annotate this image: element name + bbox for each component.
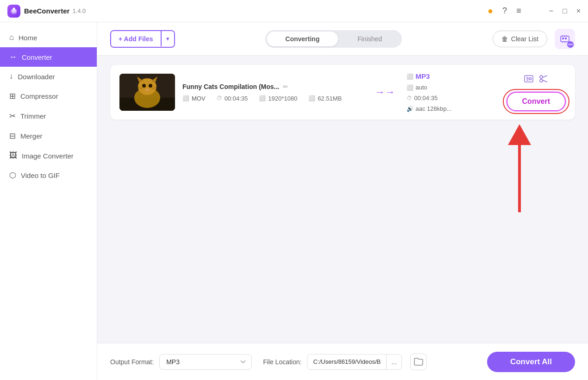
file-info: Funny Cats Compilation (Mos... ✏ ⬜ MOV ⏱…: [182, 83, 364, 102]
location-dots-button[interactable]: ...: [386, 355, 401, 369]
main-content: + Add Files ▾ Converting Finished 🗑 Clea…: [97, 22, 588, 380]
sidebar-item-label: Trimmer: [20, 112, 46, 120]
open-folder-button[interactable]: [410, 354, 427, 370]
home-icon: ⌂: [9, 33, 14, 42]
file-location-label: File Location:: [263, 358, 301, 366]
output-audio-row: 🔊 aac 128kbp...: [407, 105, 499, 112]
sidebar-item-compressor[interactable]: ⊞ Compressor: [0, 86, 97, 106]
video-to-gif-icon: ⬡: [9, 171, 16, 180]
svg-rect-6: [562, 38, 564, 39]
help-icon[interactable]: ?: [502, 6, 507, 16]
file-actions: Convert: [507, 74, 566, 111]
tab-converting[interactable]: Converting: [267, 32, 338, 46]
sidebar-item-label: Video to GIF: [21, 171, 60, 179]
sidebar-item-converter[interactable]: ↔ Converter: [0, 47, 97, 67]
app-version: 1.4.0: [72, 7, 86, 14]
add-files-dropdown-arrow[interactable]: ▾: [161, 31, 174, 46]
sidebar-item-label: Image Converter: [22, 152, 74, 160]
image-converter-icon: 🖼: [9, 151, 17, 160]
svg-point-21: [149, 84, 152, 88]
output-duration-icon: ⏱: [407, 95, 412, 101]
trash-icon: 🗑: [501, 35, 508, 43]
add-files-main-label[interactable]: + Add Files: [111, 31, 161, 47]
file-meta-source: ⬜ MOV ⏱ 00:04:35 ⬜ 1920*1080 ⬜: [182, 95, 364, 102]
sidebar-item-video-to-gif[interactable]: ⬡ Video to GIF: [0, 165, 97, 185]
gpu-on-label: on: [568, 42, 573, 46]
meta-format: ⬜ MOV: [182, 95, 206, 102]
menu-icon[interactable]: ≡: [516, 6, 521, 16]
convert-button[interactable]: Convert: [507, 92, 566, 111]
tabs-container: Converting Finished: [265, 30, 402, 48]
svg-rect-7: [565, 38, 567, 39]
file-name-row: Funny Cats Compilation (Mos... ✏: [182, 83, 364, 90]
convert-button-wrapper: Convert: [507, 92, 566, 111]
sidebar-item-merger[interactable]: ⊟ Merger: [0, 126, 97, 146]
svg-point-29: [529, 77, 531, 80]
sidebar-item-trimmer[interactable]: ✂ Trimmer: [0, 106, 97, 126]
app-name: BeeConverter: [24, 7, 69, 15]
red-arrow-annotation: [492, 120, 547, 222]
sidebar-item-downloader[interactable]: ↓ Downloader: [0, 67, 97, 86]
tab-finished[interactable]: Finished: [339, 32, 400, 46]
svg-point-22: [145, 89, 150, 91]
minimize-button[interactable]: −: [549, 7, 553, 15]
downloader-icon: ↓: [9, 72, 13, 81]
clock-icon: ⏱: [217, 95, 222, 101]
source-duration: 00:04:35: [225, 95, 248, 102]
topbar: + Add Files ▾ Converting Finished 🗑 Clea…: [97, 22, 588, 56]
close-button[interactable]: ×: [576, 7, 581, 15]
location-path: C:/Users/86159/Videos/B ...: [307, 354, 401, 370]
thumbnail-image: [119, 74, 175, 111]
sidebar: ⌂ Home ↔ Converter ↓ Downloader ⊞ Compre…: [0, 22, 97, 380]
cut-action-icon[interactable]: [538, 74, 549, 86]
profile-icon[interactable]: ●: [488, 6, 493, 16]
gpu-button[interactable]: on: [555, 29, 575, 49]
format-icon: ⬜: [182, 95, 189, 101]
svg-point-31: [540, 79, 543, 82]
svg-line-32: [543, 76, 547, 77]
output-meta: ⬜ MP3 ⬜ auto ⏱ 00:04:35 🔊: [407, 72, 499, 112]
svg-point-30: [540, 76, 543, 78]
edit-icon[interactable]: ✏: [283, 83, 288, 90]
output-format-label: Output Format:: [110, 358, 154, 366]
titlebar: BeeConverter 1.4.0 ● ? ≡ − □ ×: [0, 0, 588, 22]
maximize-button[interactable]: □: [563, 7, 567, 15]
sidebar-item-label: Downloader: [18, 73, 55, 81]
app-logo: [7, 5, 20, 18]
output-format-icon: ⬜: [407, 73, 413, 80]
file-thumbnail: [119, 74, 175, 111]
annotation-area: [110, 120, 575, 222]
trimmer-icon: ✂: [9, 111, 16, 121]
meta-resolution: ⬜ 1920*1080: [259, 95, 297, 102]
add-files-button[interactable]: + Add Files ▾: [110, 30, 175, 48]
meta-size: ⬜ 62.51MB: [308, 95, 342, 102]
output-format-select[interactable]: MP3 MP4 AVI MOV WAV AAC: [159, 354, 252, 370]
output-format-row: ⬜ MP3: [407, 72, 499, 80]
output-format-section: Output Format: MP3 MP4 AVI MOV WAV AAC: [110, 354, 252, 370]
clear-list-button[interactable]: 🗑 Clear List: [493, 31, 547, 47]
file-name: Funny Cats Compilation (Mos...: [182, 83, 279, 90]
tab-group: Converting Finished: [182, 30, 485, 48]
file-list-area: Funny Cats Compilation (Mos... ✏ ⬜ MOV ⏱…: [97, 56, 588, 343]
size-icon: ⬜: [308, 95, 315, 101]
clear-list-label: Clear List: [511, 35, 538, 43]
source-size: 62.51MB: [318, 95, 342, 102]
sidebar-item-home[interactable]: ⌂ Home: [0, 28, 97, 47]
output-duration-row: ⏱ 00:04:35: [407, 95, 499, 101]
location-path-text: C:/Users/86159/Videos/B: [307, 355, 386, 369]
output-quality-row: ⬜ auto: [407, 84, 499, 91]
svg-point-2: [13, 7, 15, 10]
sidebar-item-image-converter[interactable]: 🖼 Image Converter: [0, 146, 97, 165]
sidebar-item-label: Merger: [20, 132, 43, 140]
sidebar-item-label: Converter: [22, 53, 52, 61]
bottombar: Output Format: MP3 MP4 AVI MOV WAV AAC F…: [97, 343, 588, 380]
svg-point-20: [142, 84, 146, 88]
convert-all-button[interactable]: Convert All: [487, 352, 575, 372]
settings-action-icon[interactable]: [524, 74, 534, 86]
resolution-icon: ⬜: [259, 95, 266, 101]
compressor-icon: ⊞: [9, 91, 16, 101]
converter-icon: ↔: [9, 52, 17, 62]
file-location-section: File Location: C:/Users/86159/Videos/B .…: [263, 354, 427, 370]
sidebar-item-label: Home: [19, 34, 37, 42]
source-format: MOV: [192, 95, 206, 102]
